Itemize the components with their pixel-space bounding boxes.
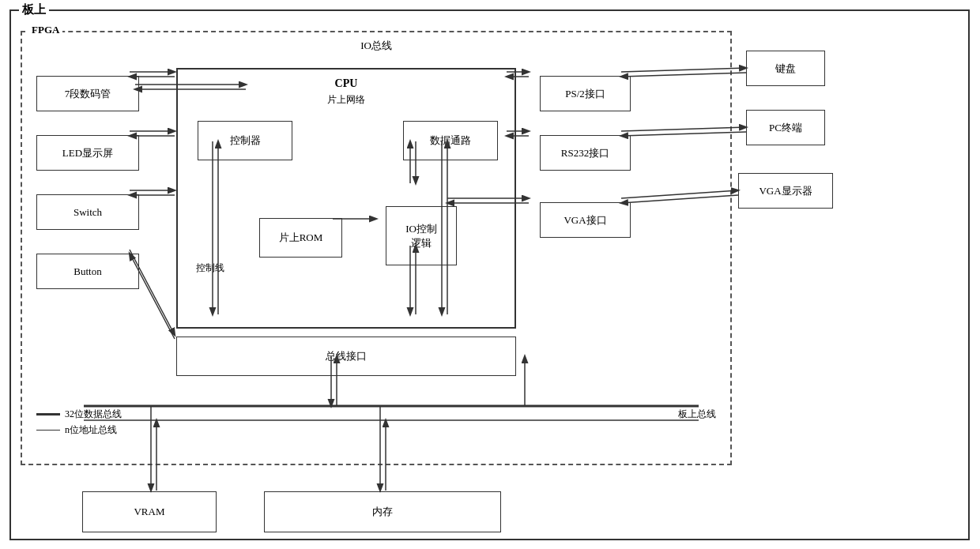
vga-port-box: VGA接口: [540, 202, 631, 238]
seven-seg-label: 7段数码管: [65, 87, 111, 101]
switch-box: Switch: [36, 194, 139, 230]
cpu-sublabel: 片上网络: [327, 93, 365, 107]
data-bus-line: 32位数据总线: [36, 408, 122, 421]
led-box: LED显示屏: [36, 135, 139, 171]
io-logic-label: IO控制逻辑: [405, 222, 437, 250]
controller-label: 控制器: [230, 133, 261, 148]
data-bus-label: 32位数据总线: [65, 408, 122, 421]
pc-terminal-label: PC终端: [769, 121, 802, 135]
vram-box: VRAM: [82, 491, 217, 532]
keyboard-label: 键盘: [775, 62, 796, 76]
fpga-box: FPGA IO总线 7段数码管 LED显示屏 Switch Button CPU: [21, 31, 732, 465]
datapath-box: 数据通路: [403, 121, 498, 160]
rs232-box: RS232接口: [540, 135, 631, 171]
control-line-label: 控制线: [194, 261, 226, 275]
memory-label: 内存: [372, 505, 393, 519]
addr-bus-line: n位地址总线: [36, 423, 117, 437]
button-box: Button: [36, 254, 139, 289]
button-label: Button: [74, 265, 101, 278]
rom-box: 片上ROM: [259, 218, 342, 258]
rom-label: 片上ROM: [279, 231, 323, 245]
board-label: 板上: [19, 2, 49, 17]
vga-monitor-box: VGA显示器: [738, 173, 833, 209]
vram-label: VRAM: [134, 506, 164, 518]
bus-interface-label: 总线接口: [326, 349, 367, 363]
led-label: LED显示屏: [62, 146, 113, 160]
rs232-label: RS232接口: [561, 146, 609, 160]
memory-box: 内存: [264, 491, 501, 532]
seven-seg-box: 7段数码管: [36, 76, 139, 111]
cpu-label: CPU: [335, 77, 358, 90]
cpu-box: CPU 片上网络 控制器 数据通路: [176, 68, 516, 329]
keyboard-box: 键盘: [746, 51, 825, 86]
io-bus-label: IO总线: [360, 39, 392, 53]
addr-bus-label: n位地址总线: [65, 423, 117, 437]
bus-interface-box: 总线接口: [176, 337, 516, 376]
vga-port-label: VGA接口: [564, 213, 606, 227]
datapath-label: 数据通路: [430, 133, 471, 148]
switch-label: Switch: [74, 206, 102, 219]
io-logic-box: IO控制逻辑: [386, 206, 457, 265]
ps2-box: PS/2接口: [540, 76, 631, 111]
ps2-label: PS/2接口: [565, 87, 605, 101]
fpga-label: FPGA: [28, 24, 62, 36]
pc-terminal-box: PC终端: [746, 110, 825, 145]
board-bus-label: 板上总线: [678, 408, 716, 421]
vga-monitor-label: VGA显示器: [759, 184, 812, 198]
controller-box: 控制器: [198, 121, 292, 160]
